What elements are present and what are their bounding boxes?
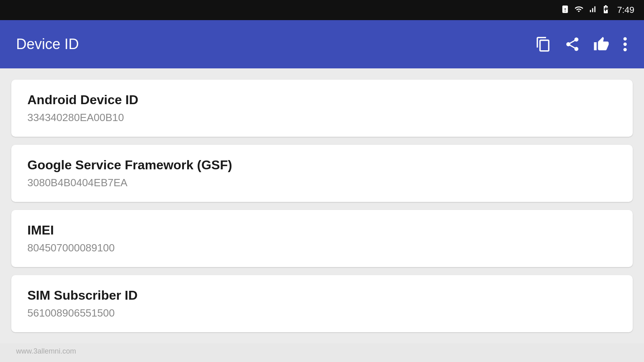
card-title-imei: IMEI bbox=[27, 223, 617, 238]
app-bar-title: Device ID bbox=[16, 36, 535, 53]
svg-point-0 bbox=[623, 37, 627, 41]
svg-point-1 bbox=[623, 43, 627, 46]
status-time: 7:49 bbox=[617, 5, 634, 15]
copy-button[interactable] bbox=[535, 36, 551, 52]
card-imei[interactable]: IMEI804507000089100 bbox=[11, 210, 633, 267]
card-value-imei: 804507000089100 bbox=[27, 242, 617, 254]
card-title-sim-subscriber-id: SIM Subscriber ID bbox=[27, 288, 617, 303]
card-gsf[interactable]: Google Service Framework (GSF)3080B4B040… bbox=[11, 145, 633, 202]
app-bar: Device ID bbox=[0, 20, 644, 68]
sim-icon bbox=[561, 5, 570, 16]
card-value-android-device-id: 334340280EA00B10 bbox=[27, 111, 617, 124]
card-value-gsf: 3080B4B0404EB7EA bbox=[27, 177, 617, 189]
battery-icon bbox=[601, 4, 611, 16]
card-title-android-device-id: Android Device ID bbox=[27, 93, 617, 107]
more-options-button[interactable] bbox=[622, 36, 628, 52]
watermark: www.3allemni.com bbox=[16, 347, 76, 356]
status-bar: 7:49 bbox=[0, 0, 644, 20]
thumbs-up-button[interactable] bbox=[593, 36, 609, 52]
card-sim-subscriber-id[interactable]: SIM Subscriber ID561008906551500 bbox=[11, 275, 633, 332]
signal-icon bbox=[588, 5, 597, 16]
card-value-sim-subscriber-id: 561008906551500 bbox=[27, 307, 617, 319]
card-title-gsf: Google Service Framework (GSF) bbox=[27, 158, 617, 173]
app-bar-actions bbox=[535, 36, 628, 52]
main-content: Android Device ID334340280EA00B10Google … bbox=[0, 68, 644, 343]
card-android-device-id[interactable]: Android Device ID334340280EA00B10 bbox=[11, 80, 633, 137]
share-button[interactable] bbox=[564, 36, 580, 52]
wifi-icon bbox=[574, 5, 584, 16]
svg-point-2 bbox=[623, 48, 627, 51]
status-icons: 7:49 bbox=[561, 4, 634, 16]
